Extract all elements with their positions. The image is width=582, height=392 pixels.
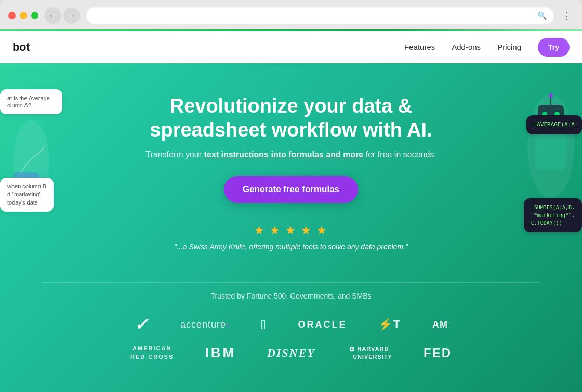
browser-window: ← → 🔍 ⋮ bot Features Add-ons Pricing Try… [0, 0, 582, 392]
trusted-section: Trusted by Fortune 500, Governments, and… [0, 292, 582, 361]
logo-american-red-cross: AmericanRed Cross [130, 345, 174, 361]
svg-rect-8 [535, 128, 566, 170]
chat-bubble-formula-1: =AVERAGE(A:A [526, 115, 582, 134]
testimonial-quote: "...a Swiss Army Knife, offering multipl… [109, 242, 473, 251]
logo-ibm: IBM [205, 345, 236, 361]
nav-addons[interactable]: Add-ons [452, 43, 481, 51]
hero-content: Revolutionize your data & spreadsheet wo… [109, 94, 473, 251]
address-bar[interactable]: 🔍 [86, 7, 554, 24]
logo-harvard: ⊞ HARVARD UNIVERSITY [347, 345, 392, 360]
chat-bubble-formula-2: =SUMIFS(A:A,B,"*marketing*",C,TODAY()) [524, 198, 582, 232]
svg-point-7 [549, 93, 553, 98]
subtitle-plain: Transform your [146, 150, 204, 159]
subtitle-bold: text instructions into formulas and more [204, 150, 364, 159]
close-button[interactable] [8, 12, 16, 19]
traffic-lights [8, 12, 38, 19]
section-divider [42, 282, 540, 283]
subtitle-suffix: for free in seconds. [363, 150, 437, 159]
logo-nike: ✓ [134, 315, 149, 334]
search-icon: 🔍 [538, 11, 547, 20]
logo-oracle: ORACLE [298, 319, 347, 330]
title-bar: ← → 🔍 ⋮ [0, 0, 582, 29]
nav-pricing[interactable]: Pricing [497, 43, 521, 51]
back-button[interactable]: ← [45, 7, 61, 24]
formula-text-1: =AVERAGE(A:A [534, 121, 575, 128]
logo-disney: Disney [267, 346, 315, 360]
chat-bubble-question-1: at is the Average olumn A? [0, 89, 62, 114]
logo-tesla: ⚡T [378, 318, 401, 331]
logo-accenture: accenture› [180, 319, 230, 330]
try-button[interactable]: Try [538, 38, 570, 57]
hero-section: at is the Average olumn A? when column B… [0, 63, 582, 392]
logos-row-2: AmericanRed Cross IBM Disney ⊞ HARVARD U… [0, 345, 582, 361]
website-content: bot Features Add-ons Pricing Try at is t… [0, 31, 582, 392]
star-rating: ★ ★ ★ ★ ★ [109, 224, 473, 237]
minimize-button[interactable] [20, 12, 27, 19]
formula-text-2: =SUMIFS(A:A,B,"*marketing*",C,TODAY()) [531, 205, 575, 226]
site-logo: bot [12, 40, 30, 54]
chat-bubble-question-2: when column Bd "marketing"today's date [0, 178, 54, 212]
cta-generate-button[interactable]: Generate free formulas [224, 176, 358, 203]
site-navbar: bot Features Add-ons Pricing Try [0, 31, 582, 63]
illustration-right [525, 89, 577, 204]
browser-menu-icon[interactable]: ⋮ [560, 8, 574, 23]
forward-button[interactable]: → [63, 7, 80, 24]
maximize-button[interactable] [31, 12, 38, 19]
nav-links: Features Add-ons Pricing Try [404, 38, 570, 57]
nav-features[interactable]: Features [404, 43, 435, 51]
hero-title: Revolutionize your data & spreadsheet wo… [109, 94, 473, 142]
chat-bubble-text-2: when column Bd "marketing"today's date [7, 183, 46, 206]
browser-nav-buttons: ← → [45, 7, 80, 24]
logo-amazon: am [432, 319, 448, 330]
logo-fedex: Fed [424, 346, 452, 360]
logos-row-1: ✓ accenture›  ORACLE ⚡T am [0, 315, 582, 334]
hero-subtitle: Transform your text instructions into fo… [109, 150, 473, 159]
chat-bubble-text-1: at is the Average olumn A? [7, 95, 50, 109]
trusted-label: Trusted by Fortune 500, Governments, and… [0, 292, 582, 300]
logo-apple:  [261, 317, 267, 333]
